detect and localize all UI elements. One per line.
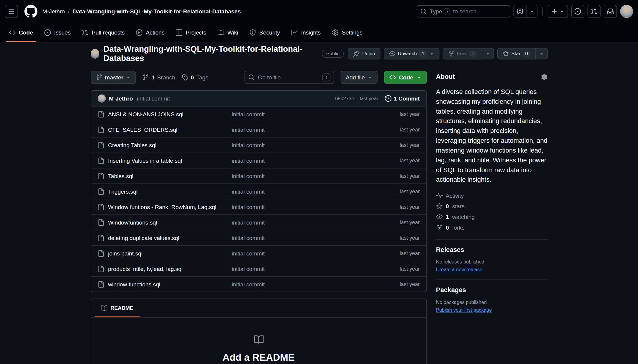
tab-projects[interactable]: Projects <box>170 23 212 42</box>
table-row[interactable]: ANSI & NON-ANSI JOINS.sql initial commit… <box>91 106 426 122</box>
tab-code[interactable]: Code <box>3 23 39 42</box>
pull-request-icon <box>591 8 597 15</box>
repo-owner-avatar[interactable] <box>90 49 99 59</box>
file-name-link[interactable]: ANSI & NON-ANSI JOINS.sql <box>108 111 183 117</box>
add-file-label: Add file <box>346 74 365 81</box>
tab-security[interactable]: Security <box>244 23 286 42</box>
tab-actions[interactable]: Actions <box>130 23 170 42</box>
add-readme-title[interactable]: Add a README <box>222 352 295 363</box>
tab-wiki[interactable]: Wiki <box>212 23 244 42</box>
file-commit-message-link[interactable]: initial commit <box>232 235 393 241</box>
file-name-link[interactable]: products_ntile, fv,lead, lag.sql <box>108 266 183 272</box>
file-commit-message-link[interactable]: initial commit <box>232 250 393 257</box>
table-row[interactable]: joins paint.sql initial commit last year <box>91 245 426 261</box>
file-commit-message-link[interactable]: initial commit <box>232 219 393 226</box>
commit-author-avatar[interactable] <box>98 94 106 102</box>
branches-link[interactable]: 1 Branch <box>142 74 175 81</box>
create-new-button[interactable] <box>548 5 568 18</box>
page-title[interactable]: Data-Wrangling-with-SQL-My-Toolkit-for-R… <box>104 44 318 63</box>
table-row[interactable]: CTE_SALES_ORDERS.sql initial commit last… <box>91 122 426 137</box>
table-row[interactable]: products_ntile, fv,lead, lag.sql initial… <box>91 261 426 276</box>
unpin-button[interactable]: Unpin <box>348 48 380 59</box>
table-row[interactable]: deleting duplicate values.sql initial co… <box>91 230 426 245</box>
table-row[interactable]: window functions.sql initial commit last… <box>91 276 426 292</box>
file-name-link[interactable]: Triggers.sql <box>108 188 137 195</box>
tab-label: Insights <box>301 29 321 36</box>
file-name-link[interactable]: deleting duplicate values.sql <box>108 235 179 241</box>
branch-selector-button[interactable]: master <box>90 71 136 84</box>
tab-label: Issues <box>54 29 70 36</box>
github-repo-page: M-Jethro / Data-Wrangling-with-SQL-My-To… <box>0 0 638 364</box>
tab-label: Actions <box>146 29 164 36</box>
tab-issues[interactable]: Issues <box>39 23 76 42</box>
file-name-link[interactable]: window functions.sql <box>108 281 160 288</box>
file-name-link[interactable]: Tables.sql <box>108 173 133 179</box>
user-avatar[interactable] <box>620 5 633 18</box>
commit-history-link[interactable]: 1 Commit <box>385 95 420 102</box>
commit-author-link[interactable]: M-Jethro <box>109 95 133 102</box>
table-row[interactable]: Triggers.sql initial commit last year <box>91 183 426 199</box>
file-commit-message-link[interactable]: initial commit <box>232 266 393 272</box>
search-icon <box>248 74 255 81</box>
file-name-link[interactable]: Windowfuntions.sql <box>108 219 157 226</box>
commit-message-link[interactable]: initial commit <box>137 95 170 102</box>
file-name-link[interactable]: Window funtions - Rank, RowNum, Lag.sql <box>108 204 216 210</box>
file-name-link[interactable]: CTE_SALES_ORDERS.sql <box>108 126 177 133</box>
code-dropdown-button[interactable]: Code <box>384 71 427 84</box>
issues-header-button[interactable] <box>571 5 584 18</box>
table-row[interactable]: Windowfuntions.sql initial commit last y… <box>91 214 426 230</box>
tab-insights[interactable]: Insights <box>286 23 326 42</box>
readme-tab-label: README <box>110 305 133 311</box>
tab-readme[interactable]: README <box>94 299 140 317</box>
add-file-button[interactable]: Add file <box>341 71 377 84</box>
hamburger-menu-button[interactable] <box>5 5 18 18</box>
commit-sha[interactable]: b50273e <box>335 95 354 101</box>
gear-icon[interactable] <box>541 74 548 80</box>
file-commit-message-link[interactable]: initial commit <box>232 204 393 210</box>
stars-link[interactable]: 0 stars <box>436 201 548 212</box>
latest-commit-bar: M-Jethro initial commit b50273e · last y… <box>91 91 426 106</box>
chevron-down-icon <box>367 75 372 80</box>
file-commit-message-link[interactable]: initial commit <box>232 111 393 117</box>
tab-pull-requests[interactable]: Pull requests <box>76 23 130 42</box>
forks-link[interactable]: 0 forks <box>436 222 548 233</box>
file-name-link[interactable]: Creating Tables.sql <box>108 142 156 148</box>
global-search-input[interactable]: Type / to search <box>417 5 510 18</box>
file-commit-message-link[interactable]: initial commit <box>232 188 393 195</box>
copilot-dropdown-button[interactable] <box>526 5 537 18</box>
go-to-file-input[interactable] <box>258 74 319 81</box>
table-row[interactable]: Tables.sql initial commit last year <box>91 168 426 183</box>
publish-package-link[interactable]: Publish your first package <box>436 307 492 313</box>
releases-title: Releases <box>436 246 464 254</box>
star-dropdown-button[interactable] <box>536 48 548 59</box>
file-commit-message-link[interactable]: initial commit <box>232 281 393 288</box>
file-name-link[interactable]: joins paint.sql <box>108 250 142 257</box>
file-commit-message-link[interactable]: initial commit <box>232 173 393 179</box>
watching-link[interactable]: 1 watching <box>436 211 548 222</box>
file-commit-message-link[interactable]: initial commit <box>232 126 393 133</box>
create-release-link[interactable]: Create a new release <box>436 267 482 272</box>
table-row[interactable]: Creating Tables.sql initial commit last … <box>91 137 426 153</box>
fork-button[interactable]: Fork 0 <box>443 48 482 59</box>
table-row[interactable]: Inserting Values in a table.sql initial … <box>91 153 426 168</box>
breadcrumb-repo-link[interactable]: Data-Wrangling-with-SQL-My-Toolkit-for-R… <box>73 8 241 15</box>
copilot-button[interactable] <box>514 5 526 18</box>
repo-title-row: Data-Wrangling-with-SQL-My-Toolkit-for-R… <box>90 47 547 60</box>
github-logo[interactable] <box>24 5 37 18</box>
pull-requests-header-button[interactable] <box>587 5 601 18</box>
tags-link[interactable]: 0 Tags <box>182 74 208 81</box>
commit-sha-date[interactable]: b50273e · last year <box>335 95 378 101</box>
releases-heading: Releases <box>436 246 548 254</box>
tab-settings[interactable]: Settings <box>326 23 368 42</box>
file-commit-date: last year <box>400 126 420 133</box>
file-commit-message-link[interactable]: initial commit <box>232 157 393 164</box>
breadcrumb-owner-link[interactable]: M-Jethro <box>42 8 65 15</box>
star-button[interactable]: Star 0 <box>497 48 536 59</box>
file-name-link[interactable]: Inserting Values in a table.sql <box>108 157 182 164</box>
fork-dropdown-button[interactable] <box>482 48 494 59</box>
file-commit-message-link[interactable]: initial commit <box>232 142 393 148</box>
activity-link[interactable]: Activity <box>436 190 548 201</box>
unwatch-button[interactable]: Unwatch 1 <box>384 48 440 59</box>
table-row[interactable]: Window funtions - Rank, RowNum, Lag.sql … <box>91 199 426 214</box>
inbox-header-button[interactable] <box>604 5 617 18</box>
